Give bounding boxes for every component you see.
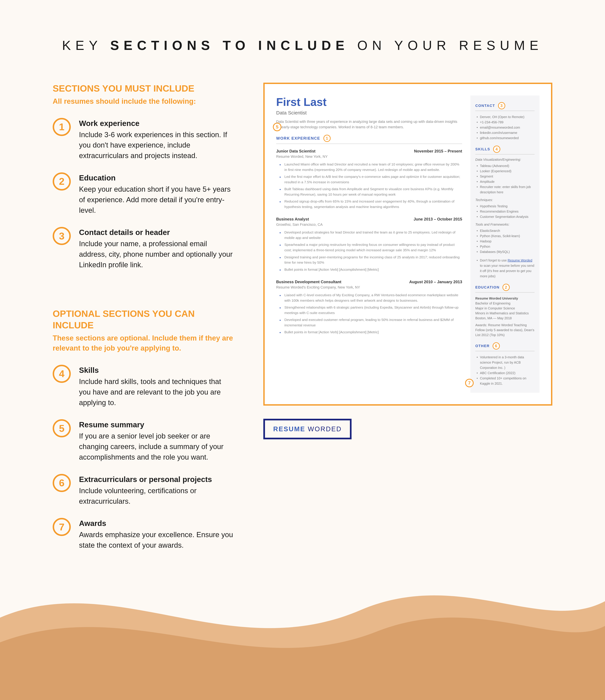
item-title: Extracurriculars or personal projects xyxy=(79,475,234,484)
job-bullet: Built Tableau dashboard using data from … xyxy=(281,186,462,197)
item-title: Education xyxy=(79,173,234,182)
section-item: 4 Skills Include hard skills, tools and … xyxy=(53,365,234,408)
section-item: 5 Resume summary If you are a senior lev… xyxy=(53,419,234,462)
item-desc: Include 3-6 work experiences in this sec… xyxy=(79,129,234,161)
page-title: KEY SECTIONS TO INCLUDE ON YOUR RESUME xyxy=(0,0,605,83)
job-bullet: Bullet points in format [Action Verb] [A… xyxy=(281,329,462,335)
item-desc: Keep your education short if you have 5+… xyxy=(79,184,234,216)
resume-worded-logo: RESUME WORDED xyxy=(263,419,351,439)
skill-item: Amplitude xyxy=(478,179,534,184)
number-circle-icon: 5 xyxy=(53,419,71,438)
section-item: 1 Work experience Include 3-6 work exper… xyxy=(53,118,234,161)
job-bullet: Liaised with C-level executives of My Ex… xyxy=(281,293,462,303)
other-item: ABC Certification (2022) xyxy=(478,370,534,376)
number-circle-icon: 6 xyxy=(53,474,71,492)
marker-4-icon: 4 xyxy=(493,146,500,153)
contact-item: email@resumeworded.com xyxy=(478,125,534,130)
job-dates: November 2015 – Present xyxy=(414,149,462,153)
skill-item: Recommendation Engines xyxy=(478,209,534,214)
marker-7-icon: 7 xyxy=(465,379,474,387)
contact-item: +1-234-456-789 xyxy=(478,120,534,125)
resume-preview: First Last Data Scientist Data Scientist… xyxy=(263,83,552,406)
job-bullet: Strengthened relationships with 6 strate… xyxy=(281,305,462,316)
skill-group-title: Tools and Frameworks: xyxy=(475,223,534,226)
education-label: EDUCATION 2 xyxy=(475,284,534,293)
other-label: OTHER 6 xyxy=(475,342,534,351)
item-title: Resume summary xyxy=(79,420,234,429)
job-dates: June 2013 – October 2015 xyxy=(414,217,462,222)
job-bullet: Reduced signup drop-offs from 65% to 15%… xyxy=(281,199,462,209)
item-title: Awards xyxy=(79,519,234,528)
item-title: Skills xyxy=(79,366,234,375)
resume-sidebar: CONTACT 3 Denver, OH (Open to Remote)+1-… xyxy=(470,96,540,393)
skill-item: Recruiter note: enter skills from job de… xyxy=(478,184,534,195)
skill-item: Looker (Experienced) xyxy=(478,169,534,174)
skill-item: Segment xyxy=(478,174,534,179)
number-circle-icon: 4 xyxy=(53,365,71,383)
resume-role: Data Scientist xyxy=(276,110,462,116)
contact-item: Denver, OH (Open to Remote) xyxy=(478,114,534,120)
contact-item: linkedin.com/in/username xyxy=(478,130,534,135)
other-item: Volunteered in a 3-month data science Pr… xyxy=(478,354,534,370)
work-experience-label: WORK EXPERIENCE 1 xyxy=(276,135,462,144)
job-bullet: Spearheaded a major pricing restructure … xyxy=(281,242,462,253)
section-item: 3 Contact details or header Include your… xyxy=(53,227,234,270)
number-circle-icon: 2 xyxy=(53,172,71,191)
contact-label: CONTACT 3 xyxy=(475,102,534,111)
job-title: Junior Data Scientist xyxy=(276,149,316,153)
marker-2-icon: 2 xyxy=(502,284,510,291)
optional-heading: OPTIONAL SECTIONS YOU CAN INCLUDE xyxy=(53,308,234,331)
job-entry: Business AnalystJune 2013 – October 2015… xyxy=(276,217,462,272)
item-desc: If you are a senior level job seeker or … xyxy=(79,431,234,462)
number-circle-icon: 1 xyxy=(53,118,71,136)
skill-group-title: Techniques: xyxy=(475,198,534,202)
item-desc: Awards emphasize your excellence. Ensure… xyxy=(79,529,234,550)
job-bullet: Designed training and peer-mentoring pro… xyxy=(281,255,462,265)
section-item: 2 Education Keep your education short if… xyxy=(53,172,234,216)
item-title: Work experience xyxy=(79,119,234,128)
job-title: Business Development Consultant xyxy=(276,280,341,284)
skill-item: Hadoop xyxy=(478,239,534,244)
marker-5-icon: 5 xyxy=(273,123,282,131)
job-bullet: Led the first major effort to A/B test t… xyxy=(281,174,462,185)
skill-group-title: Data Visualization/Engineering: xyxy=(475,158,534,161)
item-desc: Include volunteering, certifications or … xyxy=(79,485,234,506)
skills-label: SKILLS 4 xyxy=(475,146,534,154)
job-company: Resume Worded's Exciting Company, New Yo… xyxy=(276,285,462,290)
must-sub: All resumes should include the following… xyxy=(53,96,234,106)
number-circle-icon: 7 xyxy=(53,518,71,536)
job-company: Resume Worded, New York, NY xyxy=(276,154,462,159)
resume-summary: Data Scientist with three years of exper… xyxy=(276,119,462,130)
education-block: Resume Worded University Bachelor of Eng… xyxy=(475,296,534,338)
item-title: Contact details or header xyxy=(79,228,234,237)
marker-1-icon: 1 xyxy=(323,135,331,142)
job-bullet: Developed product strategies for lead Di… xyxy=(281,230,462,241)
job-entry: Business Development ConsultantAugust 20… xyxy=(276,280,462,335)
section-item: 6 Extracurriculars or personal projects … xyxy=(53,474,234,506)
optional-sub: These sections are optional. Include the… xyxy=(53,333,234,353)
skill-item: Hypothesis Testing xyxy=(478,203,534,209)
must-heading: SECTIONS YOU MUST INCLUDE xyxy=(53,83,234,94)
job-bullet: Developed and executed customer referral… xyxy=(281,317,462,328)
wave-background xyxy=(0,552,605,700)
skill-item: Tableau (Advanced) xyxy=(478,163,534,169)
job-dates: August 2010 – January 2013 xyxy=(409,280,462,284)
marker-3-icon: 3 xyxy=(498,102,505,109)
skill-item: ElasticSearch xyxy=(478,228,534,233)
resume-name: First Last xyxy=(276,96,462,108)
job-company: Growthsi, San Francisco, CA xyxy=(276,222,462,227)
resume-worded-link[interactable]: Resume Worded xyxy=(507,258,532,262)
item-desc: Include hard skills, tools and technique… xyxy=(79,376,234,408)
skill-item: Databases (MySQL) xyxy=(478,249,534,254)
contact-item: github.com/resumeworded xyxy=(478,135,534,141)
job-bullet: Launched Miami office with lead Director… xyxy=(281,162,462,172)
job-entry: Junior Data ScientistNovember 2015 – Pre… xyxy=(276,149,462,209)
job-bullet: Bullet points in format [Action Verb] [A… xyxy=(281,267,462,272)
other-item: Completed 10+ competitions on Kaggle in … xyxy=(478,376,534,386)
item-desc: Include your name, a professional email … xyxy=(79,239,234,270)
marker-6-icon: 6 xyxy=(493,342,500,350)
skill-item: Python (Keras, Scikit-learn) xyxy=(478,233,534,239)
number-circle-icon: 3 xyxy=(53,227,71,245)
job-title: Business Analyst xyxy=(276,217,309,222)
left-column: SECTIONS YOU MUST INCLUDE All resumes sh… xyxy=(53,83,234,562)
